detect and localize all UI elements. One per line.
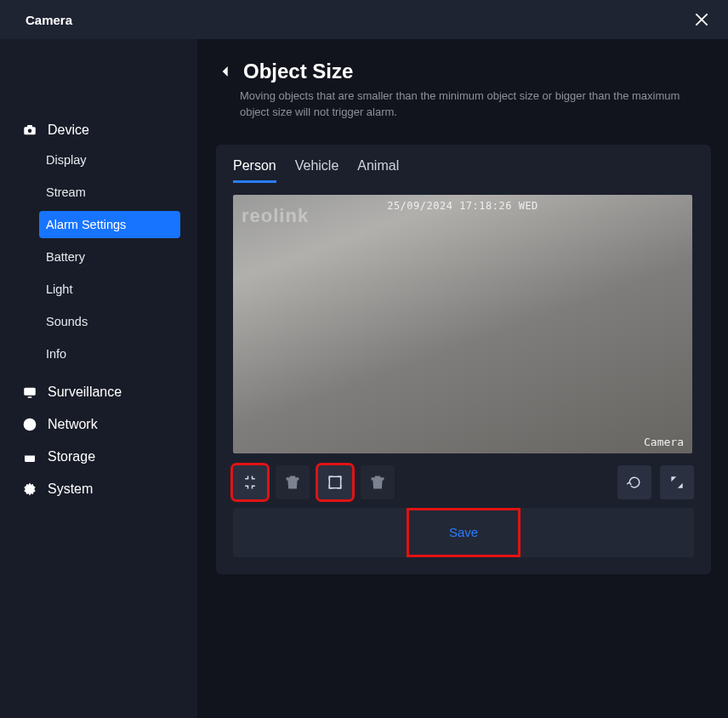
svg-rect-11 xyxy=(25,452,35,456)
max-size-button[interactable] xyxy=(318,465,352,499)
sidebar-group-label: Storage xyxy=(48,449,95,464)
page-description: Moving objects that are smaller than the… xyxy=(216,88,692,121)
window-title: Camera xyxy=(26,13,72,27)
trash-icon xyxy=(284,474,301,491)
reset-button[interactable] xyxy=(617,465,651,499)
save-highlight: Save xyxy=(407,508,520,557)
sidebar-item-battery[interactable]: Battery xyxy=(39,243,180,271)
globe-icon xyxy=(22,417,37,432)
sidebar-group-label: System xyxy=(48,482,93,497)
refresh-icon xyxy=(626,474,643,491)
sidebar-item-sounds[interactable]: Sounds xyxy=(39,308,180,335)
save-button[interactable]: Save xyxy=(449,525,478,539)
sidebar-group-system[interactable]: System xyxy=(0,473,197,505)
main-panel: Object Size Moving objects that are smal… xyxy=(197,39,728,718)
svg-rect-4 xyxy=(27,125,32,128)
sidebar-item-stream[interactable]: Stream xyxy=(39,179,180,206)
storage-icon xyxy=(22,449,37,464)
sidebar-group-surveillance[interactable]: Surveillance xyxy=(0,376,197,408)
sidebar-group-device[interactable]: Device xyxy=(0,114,197,146)
delete-max-button[interactable] xyxy=(361,465,395,499)
expand-icon xyxy=(327,474,344,491)
svg-rect-13 xyxy=(329,476,340,487)
svg-rect-5 xyxy=(24,388,36,396)
sidebar-group-label: Device xyxy=(48,123,89,138)
tool-row xyxy=(233,465,694,499)
tab-animal[interactable]: Animal xyxy=(357,158,399,183)
svg-point-3 xyxy=(28,129,32,134)
tab-vehicle[interactable]: Vehicle xyxy=(295,158,339,183)
save-bar: Save xyxy=(233,508,694,557)
close-button[interactable] xyxy=(692,10,711,29)
sidebar-item-alarm-settings[interactable]: Alarm Settings xyxy=(39,211,180,238)
contract-icon xyxy=(242,474,259,491)
settings-panel: Person Vehicle Animal reolink 25/09/2024… xyxy=(216,145,711,574)
fullscreen-icon xyxy=(668,474,685,491)
preview-timestamp: 25/09/2024 17:18:26 WED xyxy=(387,200,538,212)
sidebar-group-label: Network xyxy=(48,417,98,432)
min-size-button[interactable] xyxy=(233,465,267,499)
preview-camera-label: Camera xyxy=(644,436,684,448)
fullscreen-button[interactable] xyxy=(660,465,694,499)
svg-rect-6 xyxy=(28,396,32,398)
camera-preview: reolink 25/09/2024 17:18:26 WED Camera xyxy=(233,195,692,453)
sidebar-group-storage[interactable]: Storage xyxy=(0,441,197,473)
title-bar: Camera xyxy=(0,0,728,39)
sidebar-group-network[interactable]: Network xyxy=(0,408,197,441)
chevron-left-icon xyxy=(219,62,232,81)
trash-icon xyxy=(369,474,386,491)
sidebar: Device Display Stream Alarm Settings Bat… xyxy=(0,39,197,718)
preview-watermark: reolink xyxy=(242,205,309,227)
gear-icon xyxy=(22,482,37,497)
monitor-icon xyxy=(22,385,37,400)
sidebar-item-display[interactable]: Display xyxy=(39,146,180,174)
sidebar-item-info[interactable]: Info xyxy=(39,340,180,368)
sidebar-item-light[interactable]: Light xyxy=(39,276,180,303)
sidebar-group-label: Surveillance xyxy=(48,385,122,400)
delete-min-button[interactable] xyxy=(276,465,310,499)
tab-person[interactable]: Person xyxy=(233,158,276,183)
page-title: Object Size xyxy=(243,60,353,83)
tabs: Person Vehicle Animal xyxy=(233,158,694,183)
close-icon xyxy=(693,11,710,28)
camera-icon xyxy=(22,123,37,138)
back-button[interactable] xyxy=(216,62,235,81)
